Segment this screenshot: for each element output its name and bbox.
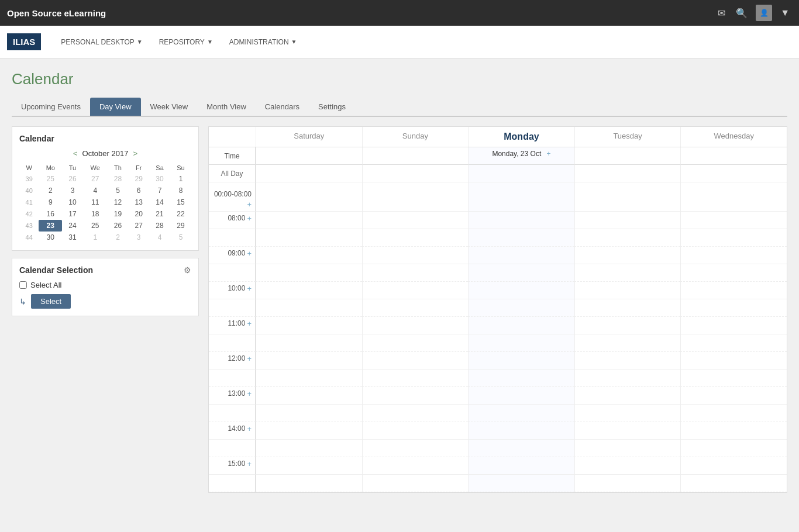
add-event-1500[interactable]: +	[247, 460, 252, 468]
calendar-day[interactable]: 14	[149, 196, 170, 208]
calendar-day[interactable]: 20	[128, 208, 149, 220]
calendar-day[interactable]: 30	[149, 173, 170, 185]
calendar-day[interactable]: 2	[39, 185, 62, 196]
calendar-day[interactable]: 5	[170, 232, 191, 243]
time-row-0800: 08:00 +	[209, 212, 787, 229]
calendar-day[interactable]: 10	[62, 196, 83, 208]
chevron-down-icon[interactable]: ▼	[778, 5, 792, 20]
time-header-cell	[209, 127, 256, 147]
calendar-day[interactable]: 31	[62, 232, 83, 243]
tab-month-view[interactable]: Month View	[197, 98, 256, 116]
add-event-0800[interactable]: +	[247, 214, 252, 223]
sun-1300	[362, 387, 469, 405]
calendar-day[interactable]: 25	[83, 220, 108, 232]
calendar-day[interactable]: 1	[83, 232, 108, 243]
all-day-label: All Day	[209, 165, 256, 182]
calendar-day[interactable]: 9	[39, 196, 62, 208]
tue-0900	[574, 247, 681, 264]
tab-day-view[interactable]: Day View	[90, 98, 141, 116]
calendar-day[interactable]: 11	[83, 196, 108, 208]
calendar-day[interactable]: 21	[149, 208, 170, 220]
tue-1200	[574, 352, 681, 369]
calendar-day[interactable]: 24	[62, 220, 83, 232]
sun-1330	[362, 405, 469, 422]
calendar-day[interactable]: 5	[108, 185, 129, 196]
calendar-day[interactable]: 15	[170, 196, 191, 208]
monday-allday	[468, 165, 574, 182]
add-event-0900[interactable]: +	[247, 249, 252, 258]
calendar-day[interactable]: 22	[170, 208, 191, 220]
sat-1130	[256, 334, 362, 352]
calendar-day[interactable]: 8	[170, 185, 191, 196]
calendar-day[interactable]: 4	[83, 185, 108, 196]
user-avatar[interactable]: 👤	[756, 5, 772, 21]
saturday-header: Sa	[149, 163, 170, 173]
nav-item-administration[interactable]: Administration ▼	[221, 26, 305, 58]
saturday-date	[256, 147, 362, 165]
calendar-scroll[interactable]: Time Monday, 23 Oct + All Day	[209, 147, 787, 492]
week-number: 43	[19, 220, 39, 232]
add-event-0000[interactable]: +	[247, 200, 252, 209]
calendar-day[interactable]: 3	[62, 185, 83, 196]
calendar-day[interactable]: 26	[62, 173, 83, 185]
calendar-day[interactable]: 19	[108, 208, 129, 220]
prev-month-button[interactable]: <	[73, 149, 78, 158]
saturday-allday	[256, 165, 362, 182]
calendar-day[interactable]: 29	[170, 220, 191, 232]
tuesday-header: Tu	[62, 163, 83, 173]
calendar-day[interactable]: 13	[128, 196, 149, 208]
add-event-1100[interactable]: +	[247, 319, 252, 328]
add-event-1400[interactable]: +	[247, 424, 252, 433]
calendar-day[interactable]: 17	[62, 208, 83, 220]
sun-1130	[362, 334, 469, 352]
mail-icon[interactable]: ✉	[715, 5, 728, 21]
calendar-day[interactable]: 30	[39, 232, 62, 243]
calendar-day[interactable]: 12	[108, 196, 129, 208]
tab-upcoming-events[interactable]: Upcoming Events	[12, 98, 90, 116]
calendar-day[interactable]: 29	[128, 173, 149, 185]
calendar-day[interactable]: 25	[39, 173, 62, 185]
add-event-1200[interactable]: +	[247, 354, 252, 363]
nav-item-repository[interactable]: Repository ▼	[151, 26, 221, 58]
nav-label-repository: Repository	[159, 38, 205, 46]
ilias-logo[interactable]: ILIAS	[7, 33, 41, 50]
calendar-day[interactable]: 4	[149, 232, 170, 243]
calendar-day[interactable]: 6	[128, 185, 149, 196]
wednesday-date	[680, 147, 787, 165]
calendar-day[interactable]: 3	[128, 232, 149, 243]
gear-icon[interactable]: ⚙	[184, 265, 191, 275]
tue-1300	[574, 387, 681, 405]
sidebar: Calendar < October 2017 > W Mo Tu We	[12, 126, 199, 493]
calendar-selection-title: Calendar Selection	[19, 265, 93, 275]
add-event-1000[interactable]: +	[247, 284, 252, 293]
calendar-day[interactable]: 7	[149, 185, 170, 196]
week-number: 44	[19, 232, 39, 243]
tab-calendars[interactable]: Calendars	[256, 98, 309, 116]
calendar-day[interactable]: 1	[170, 173, 191, 185]
calendar-day[interactable]: 16	[39, 208, 62, 220]
calendar-day[interactable]: 18	[83, 208, 108, 220]
nav-item-personal-desktop[interactable]: Personal Desktop ▼	[53, 26, 150, 58]
add-event-1300[interactable]: +	[247, 389, 252, 398]
calendar-day-today[interactable]: 23	[39, 220, 62, 232]
calendar-day[interactable]: 28	[108, 173, 129, 185]
tab-week-view[interactable]: Week View	[141, 98, 198, 116]
time-row-1230	[209, 369, 787, 387]
calendar-day[interactable]: 27	[128, 220, 149, 232]
add-event-plus[interactable]: +	[547, 150, 551, 158]
search-icon[interactable]: 🔍	[733, 5, 750, 21]
calendar-day[interactable]: 2	[108, 232, 129, 243]
calendar-day[interactable]: 28	[149, 220, 170, 232]
select-button[interactable]: Select	[31, 294, 71, 309]
select-all-label[interactable]: Select All	[30, 281, 61, 289]
tab-settings[interactable]: Settings	[309, 98, 355, 116]
tue-0800	[574, 212, 681, 229]
calendar-week-row: 41 9 10 11 12 13 14 15	[19, 196, 191, 208]
calendar-day[interactable]: 27	[83, 173, 108, 185]
tue-1330	[574, 405, 681, 422]
select-all-checkbox[interactable]	[19, 281, 27, 289]
topbar: Open Source eLearning ✉ 🔍 👤 ▼	[0, 0, 799, 26]
next-month-button[interactable]: >	[133, 149, 137, 158]
calendar-day[interactable]: 26	[108, 220, 129, 232]
tue-1100	[574, 317, 681, 334]
